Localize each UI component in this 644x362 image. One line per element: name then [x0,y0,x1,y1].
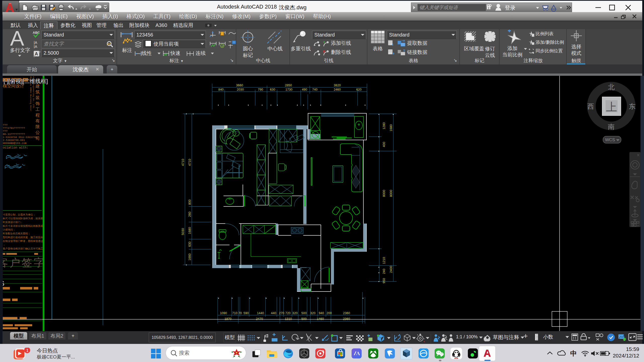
svg-text:490: 490 [302,88,307,91]
svg-text:1680: 1680 [188,227,192,234]
svg-text:2460: 2460 [334,88,341,91]
svg-text:2850: 2850 [285,84,292,87]
svg-text:86-11?????????: 86-11????????? [3,133,25,136]
svg-text:200: 200 [327,311,332,315]
svg-text:1210: 1210 [382,257,386,264]
svg-text:筑: 筑 [35,90,40,94]
svg-text:标尺寸以现场实际放样为准，如误差较: 标尺寸以现场实际放样为准，如误差较 [3,217,46,220]
svg-text:2-53830766 0512-53832766: 2-53830766 0512-53832766 [3,136,37,139]
svg-text:940: 940 [319,311,324,315]
svg-text:公: 公 [35,130,40,135]
svg-text:ABC: ABC [33,31,40,34]
svg-text:装: 装 [35,95,40,100]
svg-text:1090: 1090 [220,311,227,315]
svg-text:限: 限 [35,124,40,129]
svg-text:1660: 1660 [188,254,192,261]
svg-text:???2701???????: ???2701??????? [3,127,25,130]
svg-text:8000: 8000 [382,190,386,197]
svg-text:590: 590 [244,311,249,315]
svg-text:标尺寸未详部分请按图纸比例换算或直: 标尺寸未详部分请按图纸比例换算或直 [3,225,46,227]
svg-text:；: ； [3,243,5,246]
svg-text:2360: 2360 [343,317,350,321]
svg-text:620: 620 [356,88,362,91]
svg-text:1730: 1730 [285,88,292,91]
svg-text:饰: 饰 [35,101,40,106]
svg-text:HOGNHBD@163.com: HOGNHBD@163.com [3,142,27,145]
svg-text:2360: 2360 [343,311,350,315]
svg-text:S: S [3,280,4,287]
svg-text:上: 上 [606,101,617,113]
svg-text:630: 630 [188,242,192,247]
svg-text:寸采用公制，以毫米为单位；: 寸采用公制，以毫米为单位； [3,213,35,216]
svg-text:270: 270 [279,311,284,315]
svg-text:建: 建 [35,84,40,89]
svg-text:时请配合前后相关图纸；: 时请配合前后相关图纸； [3,232,30,235]
svg-text:北: 北 [608,83,615,91]
svg-text:1680: 1680 [389,124,393,131]
svg-text:|A: |A [34,40,37,45]
svg-text:[-][俯视][二维线框]: [-][俯视][二维线框] [4,78,48,84]
svg-text:2470: 2470 [256,317,263,321]
svg-text:西: 西 [587,103,594,110]
svg-text:500: 500 [301,317,307,321]
svg-text:320: 320 [310,311,316,315]
svg-text:720: 720 [285,311,291,315]
svg-text:A: A [35,51,38,56]
svg-text:2400: 2400 [389,266,393,273]
svg-text:1280: 1280 [382,122,386,129]
svg-text:320: 320 [292,311,298,315]
svg-text:70: 70 [238,311,242,315]
svg-text:计师询问；: 计师询问； [3,228,15,231]
svg-text:1310: 1310 [285,317,292,321]
svg-text:东: 东 [629,103,636,110]
svg-text:WCS: WCS [605,137,615,142]
svg-text:240: 240 [382,269,386,274]
svg-text:1870: 1870 [224,317,232,321]
svg-text:2030: 2030 [237,88,244,91]
svg-text:8000: 8000 [389,190,393,197]
svg-text:1440: 1440 [257,311,264,315]
svg-text:710: 710 [232,311,238,315]
svg-text:800: 800 [188,200,192,205]
svg-text:260: 260 [188,212,192,217]
svg-text:有: 有 [35,119,40,123]
svg-text:3820: 3820 [334,84,341,87]
svg-text:400: 400 [382,142,386,147]
svg-text:740: 740 [312,88,318,91]
svg-text:工: 工 [35,107,40,112]
svg-text:客户签字: 客户签字 [3,257,46,269]
svg-text:程: 程 [35,113,40,118]
svg-text:+: + [323,40,325,44]
svg-text:500: 500 [301,311,307,315]
svg-text:950: 950 [382,278,386,283]
svg-text:840: 840 [218,88,224,91]
svg-text:登录: 登录 [505,5,515,11]
svg-text:型结构进行改动的方案，施工前应由业: 型结构进行改动的方案，施工前应由业 [3,236,46,239]
svg-text:4710: 4710 [181,159,185,166]
svg-text:1460: 1460 [317,317,324,321]
svg-text:2-53830766-601: 2-53830766-601 [3,139,25,142]
svg-text:4710: 4710 [188,159,192,166]
svg-text:南: 南 [608,123,615,131]
svg-text:790: 790 [258,88,263,91]
svg-text:???: ??? [3,124,8,127]
svg-text:客户及物业相关部门确认后方可施工。: 客户及物业相关部门确认后方可施工。 [3,247,46,250]
svg-text:时反馈设计部门；: 时反馈设计部门； [3,221,23,224]
svg-text:ociation with:: ociation with: [3,146,28,150]
svg-text:1: 1 [26,348,28,353]
svg-text:630: 630 [270,88,275,91]
svg-text:5030: 5030 [181,228,185,235]
svg-text:???: ??? [3,130,8,133]
svg-text:在物业管理部门申请，图纸审批通过后方: 在物业管理部门申请，图纸审批通过后方 [3,240,48,242]
svg-text:3660: 3660 [236,84,243,87]
svg-text:|A: |A [34,44,37,48]
svg-text:440: 440 [271,311,276,315]
